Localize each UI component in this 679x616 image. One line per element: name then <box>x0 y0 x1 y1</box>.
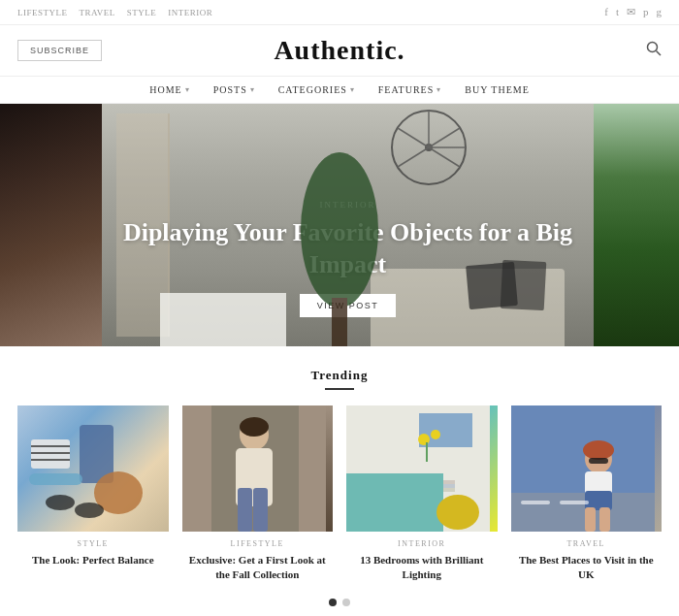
main-nav: Home ▾ Posts ▾ Categories ▾ Features ▾ B… <box>0 77 679 104</box>
chevron-down-icon: ▾ <box>350 85 355 94</box>
svg-point-35 <box>418 434 430 445</box>
svg-line-1 <box>657 51 662 56</box>
nav-home[interactable]: Home ▾ <box>149 84 189 95</box>
style-img-bg <box>17 405 169 532</box>
svg-point-0 <box>648 43 658 52</box>
nav-features[interactable]: Features ▾ <box>378 84 441 95</box>
topbar-link-style[interactable]: Style <box>127 8 157 17</box>
svg-rect-37 <box>426 442 428 462</box>
svg-rect-17 <box>29 473 82 485</box>
card-travel-category: Travel <box>511 539 663 548</box>
card-style-title: The Look: Perfect Balance <box>17 553 169 567</box>
svg-rect-25 <box>238 488 252 532</box>
top-bar: Lifestyle Travel Style Interior f t ✉ p … <box>0 0 679 25</box>
svg-rect-46 <box>599 507 610 532</box>
card-interior-title: 13 Bedrooms with Brilliant Lighting <box>346 553 498 583</box>
interior-room <box>346 405 490 532</box>
svg-point-19 <box>46 495 75 510</box>
chevron-down-icon: ▾ <box>436 85 441 94</box>
top-bar-social: f t ✉ p g <box>604 6 662 18</box>
site-title: Authentic. <box>274 35 404 66</box>
svg-rect-42 <box>589 458 608 464</box>
pinterest-icon[interactable]: p <box>643 6 649 18</box>
hero-side-right-image <box>594 104 679 346</box>
travel-img-bg <box>511 405 663 532</box>
travel-person <box>511 405 655 532</box>
card-travel[interactable]: Travel The Best Places to Visit in the U… <box>511 405 663 583</box>
card-style[interactable]: Style The Look: Perfect Balance <box>17 405 169 583</box>
svg-rect-45 <box>585 507 596 532</box>
nav-posts[interactable]: Posts ▾ <box>213 84 255 95</box>
svg-rect-47 <box>521 501 550 504</box>
top-bar-links: Lifestyle Travel Style Interior <box>17 8 212 17</box>
google-icon[interactable]: g <box>657 6 663 18</box>
card-interior-image <box>346 405 498 532</box>
lifestyle-img-bg <box>182 405 334 532</box>
nav-buy-theme[interactable]: Buy Theme <box>465 84 530 95</box>
tree-decoration <box>594 152 679 346</box>
svg-point-27 <box>240 417 269 437</box>
interior-img-bg <box>346 405 498 532</box>
svg-point-36 <box>431 430 440 439</box>
svg-rect-13 <box>31 439 70 469</box>
svg-line-7 <box>429 128 460 147</box>
svg-rect-33 <box>443 484 455 488</box>
site-header: Subscribe Authentic. <box>0 25 679 77</box>
pagination-dot-2[interactable] <box>342 599 350 606</box>
email-icon[interactable]: ✉ <box>627 6 635 18</box>
card-travel-title: The Best Places to Visit in the UK <box>511 553 663 583</box>
svg-rect-32 <box>443 488 455 492</box>
card-lifestyle-title: Exclusive: Get a First Look at the Fall … <box>182 553 334 583</box>
style-flatlay <box>21 405 165 532</box>
card-lifestyle[interactable]: Lifestyle Exclusive: Get a First Look at… <box>182 405 334 583</box>
trending-section: Trending <box>0 346 679 616</box>
topbar-link-travel[interactable]: Travel <box>80 8 115 17</box>
svg-line-8 <box>398 128 429 147</box>
svg-rect-26 <box>253 488 268 532</box>
card-style-category: Style <box>17 539 169 548</box>
hero-side-right <box>594 104 679 346</box>
topbar-link-interior[interactable]: Interior <box>168 8 212 17</box>
trending-header: Trending <box>17 368 662 390</box>
facebook-icon[interactable]: f <box>604 6 608 18</box>
trending-card-grid: Style The Look: Perfect Balance <box>17 405 662 583</box>
twitter-icon[interactable]: t <box>616 6 619 18</box>
search-icon[interactable] <box>646 41 662 60</box>
lifestyle-person <box>182 405 326 532</box>
trending-label: Trending <box>17 368 662 383</box>
card-travel-image <box>511 405 663 532</box>
svg-point-31 <box>436 495 479 530</box>
pagination-dot-1[interactable] <box>329 599 337 606</box>
card-interior-category: Interior <box>346 539 498 548</box>
svg-point-41 <box>583 440 614 460</box>
pagination-dots <box>17 599 662 606</box>
topbar-link-lifestyle[interactable]: Lifestyle <box>17 8 68 17</box>
nav-categories[interactable]: Categories ▾ <box>278 84 355 95</box>
card-style-image <box>17 405 169 532</box>
card-lifestyle-image <box>182 405 334 532</box>
svg-rect-30 <box>346 473 443 532</box>
card-lifestyle-category: Lifestyle <box>182 539 334 548</box>
svg-rect-39 <box>511 493 655 532</box>
chevron-down-icon: ▾ <box>250 85 255 94</box>
hero-section: Interior Diplaying Your Favorite Objects… <box>0 104 679 346</box>
svg-rect-34 <box>443 480 455 484</box>
trending-underline <box>325 388 354 390</box>
svg-point-20 <box>75 503 104 518</box>
card-interior[interactable]: Interior 13 Bedrooms with Brilliant Ligh… <box>346 405 498 583</box>
subscribe-button[interactable]: Subscribe <box>17 40 102 61</box>
chevron-down-icon: ▾ <box>185 85 190 94</box>
svg-rect-48 <box>560 501 589 504</box>
